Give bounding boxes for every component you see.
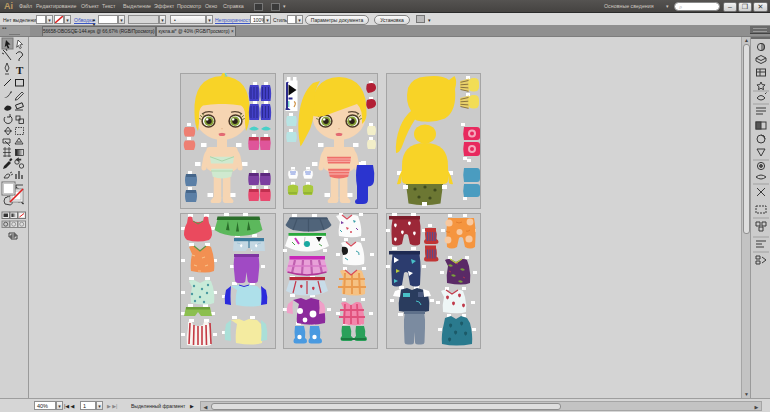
svg-text:T: T xyxy=(16,64,24,76)
